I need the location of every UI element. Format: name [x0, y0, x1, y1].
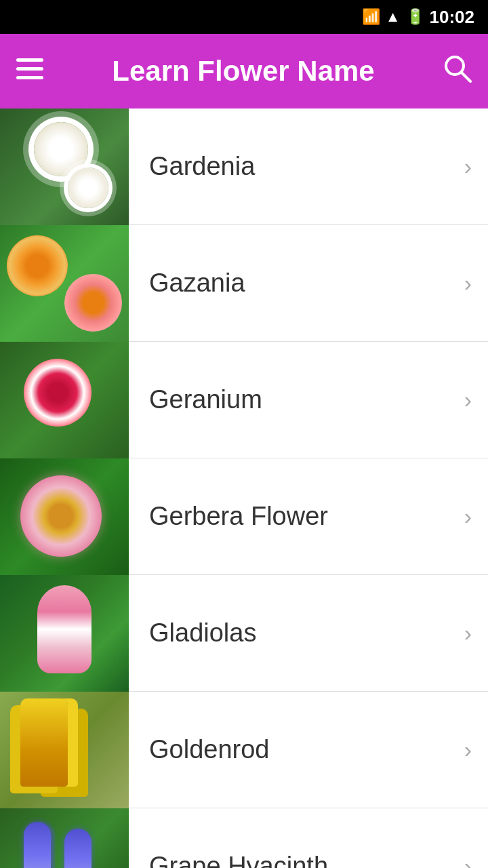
flower-name-gazania: Gazania [129, 269, 464, 298]
flower-item-gladiolas[interactable]: Gladiolas› [0, 575, 488, 692]
flower-list: Gardenia›Gazania›Geranium›Gerbera Flower… [0, 108, 488, 868]
flower-image-gardenia [0, 108, 129, 225]
flower-image-geranium [0, 342, 129, 458]
svg-rect-0 [16, 58, 43, 62]
flower-img-art-grape-hyacinth [0, 808, 129, 869]
flower-item-gardenia[interactable]: Gardenia› [0, 108, 488, 225]
search-icon[interactable] [443, 54, 472, 89]
chevron-icon-gerbera-flower: › [464, 503, 488, 530]
svg-rect-2 [16, 76, 43, 79]
flower-item-geranium[interactable]: Geranium› [0, 342, 488, 458]
app-title: Learn Flower Name [57, 55, 430, 87]
svg-rect-1 [16, 67, 43, 71]
flower-image-gerbera-flower [0, 458, 129, 575]
signal-icon: ▲ [386, 8, 401, 26]
status-bar: 📶 ▲ 🔋 10:02 [0, 0, 488, 34]
flower-name-gardenia: Gardenia [129, 152, 464, 181]
flower-image-gladiolas [0, 575, 129, 692]
wifi-icon: 📶 [362, 8, 380, 26]
flower-img-art-gazania [0, 225, 129, 342]
flower-name-gerbera-flower: Gerbera Flower [129, 502, 464, 531]
flower-img-art-geranium [0, 342, 129, 458]
flower-image-gazania [0, 225, 129, 342]
flower-img-art-gladiolas [0, 575, 129, 692]
flower-img-art-goldenrod [0, 692, 129, 808]
status-time: 10:02 [430, 7, 475, 28]
chevron-icon-gazania: › [464, 270, 488, 296]
flower-name-geranium: Geranium [129, 385, 464, 414]
flower-name-gladiolas: Gladiolas [129, 618, 464, 648]
flower-item-gerbera-flower[interactable]: Gerbera Flower› [0, 458, 488, 575]
svg-line-4 [462, 73, 470, 81]
app-bar: Learn Flower Name [0, 34, 488, 108]
flower-name-goldenrod: Goldenrod [129, 735, 464, 764]
chevron-icon-goldenrod: › [464, 736, 488, 763]
flower-name-grape-hyacinth: Grape Hyacinth [129, 852, 464, 868]
flower-image-goldenrod [0, 692, 129, 808]
flower-item-grape-hyacinth[interactable]: Grape Hyacinth› [0, 808, 488, 868]
chevron-icon-geranium: › [464, 387, 488, 413]
chevron-icon-gardenia: › [464, 153, 488, 180]
hamburger-menu-icon[interactable] [16, 58, 43, 84]
flower-img-art-gardenia [0, 108, 129, 225]
chevron-icon-gladiolas: › [464, 620, 488, 646]
flower-img-art-gerbera-flower [0, 458, 129, 575]
flower-item-goldenrod[interactable]: Goldenrod› [0, 692, 488, 808]
status-icons: 📶 ▲ 🔋 10:02 [362, 7, 474, 28]
flower-item-gazania[interactable]: Gazania› [0, 225, 488, 342]
battery-icon: 🔋 [406, 8, 424, 26]
chevron-icon-grape-hyacinth: › [464, 853, 488, 868]
flower-image-grape-hyacinth [0, 808, 129, 869]
